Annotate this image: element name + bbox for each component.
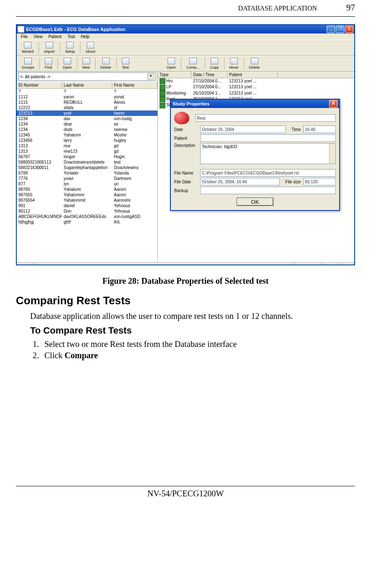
patients-filter-combo[interactable]: <- All patients -> ▼ [18,72,156,81]
study-type-field: Rest [195,114,336,122]
copy-button[interactable]: Copy [207,57,222,70]
scrollbar[interactable] [329,144,335,164]
study-properties-dialog: Study Properties X Rest Date October 26,… [170,99,340,211]
test-type-icon [160,85,165,90]
setup-button[interactable]: Setup [62,41,79,54]
table-row[interactable]: 1234dearsir [17,121,157,127]
table-row[interactable]: 12345YahalomiMoshe [17,132,157,138]
field-description[interactable]: Technician: ldgdl32 [200,143,336,164]
table-row[interactable]: 6788YonialerYolanda [17,170,157,176]
ok-button[interactable]: OK [237,198,273,206]
menu-test[interactable]: Test [65,34,77,39]
toolbar-main: WizardImportSetupAbout [17,40,354,56]
wizard-button[interactable]: Wizard [18,41,37,54]
status-num: NUM [321,263,341,265]
table-row[interactable]: 8876554YahalommitAaronimi [17,198,157,203]
column-header[interactable]: Patient [227,72,278,78]
label-backup: Backup [174,188,198,193]
table-row[interactable]: 12222sfddssf [17,105,157,110]
label-description: Description [174,143,198,148]
comp-button[interactable]: Comp... [183,57,203,70]
table-row[interactable]: 877lynuri [17,181,157,187]
close-button[interactable]: X [345,26,353,33]
column-header[interactable]: First Name [112,82,157,88]
menu-view[interactable]: View [31,34,45,39]
delete-button[interactable]: Delete [246,57,263,70]
window-titlebar[interactable]: ECGDBase1.Edb - ECG DataBase Application… [17,25,354,33]
import-button[interactable]: Import [41,41,58,54]
move-icon [230,58,238,64]
dialog-close-button[interactable]: X [329,100,338,108]
new-button[interactable]: New [79,57,93,70]
groups-icon [24,58,32,64]
minimize-button[interactable]: _ [327,26,335,33]
table-row[interactable]: 5883216300011SugarelephantapplelionDoact… [17,165,157,170]
window-title: ECGDBase1.Edb - ECG DataBase Application [26,27,327,32]
toolbar-right: OpenComp...CopyMoveDelete [163,57,263,70]
header-title: DATABASE APPLICATION [238,5,317,12]
toolbar-left: GroupsFindOpenNewDeleteTest [18,57,163,70]
move-button[interactable]: Move [226,57,242,70]
column-header[interactable]: Last Name [62,82,112,88]
table-row[interactable]: 901danielYehosua [17,203,157,208]
table-row[interactable]: LP27/10/2004 0...123213 yoel ... [158,84,354,90]
groups-button[interactable]: Groups [18,57,38,70]
table-row[interactable]: 123456larryhugley [17,138,157,143]
column-header[interactable]: Type [158,72,191,78]
table-row[interactable]: 58800321006113Doactviewinsortdeletetest [17,159,157,165]
test-type-icon [160,78,165,84]
table-row[interactable]: 123213yoelhaem [17,110,157,116]
menu-patient[interactable]: Patient [46,34,64,39]
status-bar: Ready Tests : 6 NUM [17,262,354,265]
column-header[interactable]: Date / Time [191,72,227,78]
table-row[interactable]: 1115REDBULLAlexis [17,100,157,105]
maximize-button[interactable]: ❐ [336,26,344,33]
field-patient [200,134,336,142]
table-row[interactable]: 1234dsdsrwerew [17,127,157,132]
menu-file[interactable]: File [18,34,30,39]
table-row[interactable]: ABCDEFGHIJKLMNOPQ...davOKLASSOREEEdsvon-… [17,214,157,219]
status-ready: Ready [17,263,34,265]
dialog-title: Study Properties [173,101,209,106]
page-footer: NV-54/PCECG1200W [16,486,355,498]
test-icon [122,58,129,64]
patients-column-headers: ID NumberLast NameFirst Name [17,82,157,89]
table-row[interactable]: 88765YahalomiAaroni [17,187,157,192]
table-row[interactable]: 1313rewgd [17,143,157,149]
about-button[interactable]: About [82,41,99,54]
table-row[interactable]: 1112yaronyonat [17,94,157,100]
table-row[interactable]: 1313rew123gd [17,149,157,154]
patients-table[interactable]: ???1112yaronyonat1115REDBULLAlexis12222s… [17,89,157,262]
setup-icon [66,42,74,49]
table-row[interactable]: ??? [17,89,157,94]
table-row[interactable]: 1234davvon-lustig [17,116,157,121]
open-button[interactable]: Open [163,57,179,70]
label-date: Date [174,127,198,132]
table-row[interactable]: 7776yoaviDartmore [17,176,157,181]
patients-pane: <- All patients -> ▼ ID NumberLast NameF… [17,72,158,262]
table-row[interactable]: 56787longerHugin [17,154,157,159]
combo-text: <- All patients -> [20,74,50,79]
app-window: ECGDBase1.Edb - ECG DataBase Application… [16,24,355,265]
field-file-size: 60,120 [303,178,336,185]
table-row[interactable]: Monitoring26/10/2004 1...123213 yoel ... [158,90,354,96]
test-type-icon [160,90,165,96]
chevron-down-icon[interactable]: ▼ [147,73,154,80]
menu-help[interactable]: Help [78,34,92,39]
page-header: DATABASE APPLICATION 97 [16,0,355,17]
dialog-titlebar[interactable]: Study Properties X [171,100,339,108]
find-button[interactable]: Find [41,57,56,70]
open-icon [64,58,71,64]
table-row[interactable]: 90112DonYehosua [17,208,157,214]
table-row[interactable]: Hrv27/10/2004 0...123213 yoel ... [158,78,354,84]
test-type-icon [160,96,165,102]
copy-icon [211,58,218,64]
table-row[interactable]: 887655YahalommiAaroni [17,192,157,198]
test-type-icon [160,103,165,108]
column-header[interactable]: ID Number [17,82,62,88]
test-button[interactable]: Test [119,57,133,70]
table-row[interactable]: hjlhgjhgjgfdflh/L [17,219,157,225]
delete-button[interactable]: Delete [97,57,115,70]
open-button[interactable]: Open [59,57,75,70]
label-file-name: File Name [174,171,198,175]
